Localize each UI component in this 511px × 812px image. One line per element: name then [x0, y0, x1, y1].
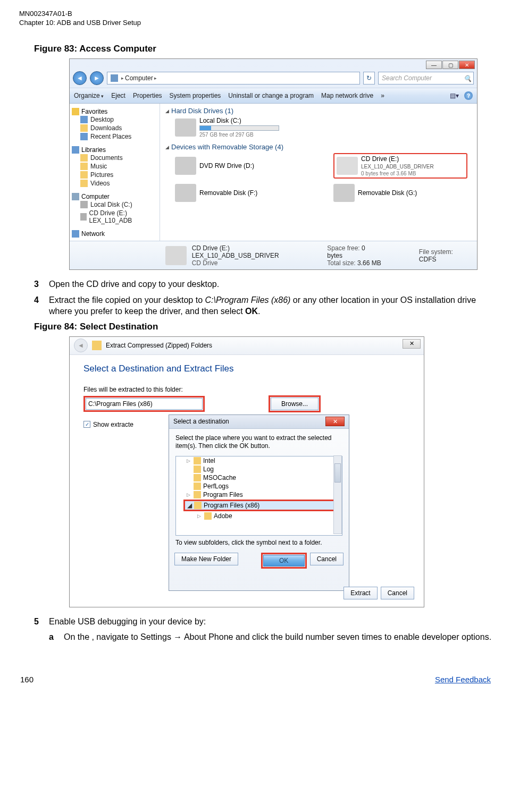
back-button[interactable]: ◄ [73, 71, 87, 85]
nav-cd-drive[interactable]: CD Drive (E:) LEX_L10_ADB [89, 209, 157, 224]
eject-button[interactable]: Eject [111, 92, 125, 99]
show-extracted-label: Show extracte [93, 421, 133, 428]
folder-icon [194, 483, 201, 490]
refresh-button[interactable]: ↻ [363, 72, 375, 84]
local-disk-item[interactable]: Local Disk (C:) 257 GB free of 297 GB [175, 117, 308, 138]
tree-msocache[interactable]: MSOCache [203, 474, 236, 481]
select-destination-title: Select a destination [173, 418, 229, 425]
removable-f-item[interactable]: Removable Disk (F:) [175, 184, 308, 202]
tree-log[interactable]: Log [203, 466, 214, 473]
make-new-folder-button[interactable]: Make New Folder [174, 553, 238, 565]
details-pane: CD Drive (E:) LEX_L10_ADB_USB_DRIVER CD … [70, 241, 477, 269]
wizard-cancel-button[interactable]: Cancel [381, 587, 414, 599]
nav-desktop[interactable]: Desktop [90, 116, 114, 123]
nav-pictures[interactable]: Pictures [90, 171, 113, 179]
properties-button[interactable]: Properties [133, 92, 162, 99]
cd-drive-name: CD Drive (E:) [361, 155, 434, 163]
address-bar[interactable]: ▸ Computer ▸ [107, 72, 360, 84]
send-feedback-link[interactable]: Send Feedback [435, 675, 491, 684]
figure-84-label: Figure 84: Select Destination [34, 322, 492, 332]
computer-nav-icon [72, 193, 79, 200]
maximize-button[interactable]: ▢ [442, 61, 458, 69]
tree-adobe[interactable]: Adobe [214, 512, 232, 520]
cd-icon [337, 157, 358, 175]
nav-documents[interactable]: Documents [90, 154, 123, 162]
removable-icon [175, 184, 196, 202]
step-5a-text: On the , navigate to Settings → About Ph… [64, 631, 491, 643]
removable-f-name: Removable Disk (F:) [199, 189, 257, 197]
ok-button[interactable]: OK [263, 555, 305, 566]
wizard-back-button[interactable]: ◄ [74, 339, 88, 352]
select-destination-close[interactable]: ✕ [325, 417, 345, 426]
toolbar-overflow[interactable]: » [381, 92, 384, 99]
system-properties-button[interactable]: System properties [170, 92, 221, 99]
tree-scrollbar[interactable] [333, 455, 342, 534]
space-free-label: Space free: [327, 244, 359, 252]
nav-local-disk[interactable]: Local Disk (C:) [90, 201, 132, 208]
hdd-icon [175, 119, 196, 137]
extract-wizard-window: ◄ Extract Compressed (Zipped) Folders ✕ … [69, 336, 424, 607]
nav-videos[interactable]: Videos [90, 180, 110, 187]
dvd-drive-item[interactable]: DVD RW Drive (D:) [175, 153, 308, 179]
favorites-icon [72, 108, 79, 115]
dvd-drive-name: DVD RW Drive (D:) [199, 162, 254, 170]
organize-menu[interactable]: Organize [74, 92, 104, 99]
tree-program-files-x86[interactable]: Program Files (x86) [204, 502, 259, 509]
nav-recent[interactable]: Recent Places [90, 133, 131, 140]
forward-button[interactable]: ► [90, 71, 104, 85]
cd-drive-highlight: CD Drive (E:) LEX_L10_ADB_USB_DRIVER 0 b… [333, 153, 467, 179]
tree-program-files[interactable]: Program Files [203, 491, 243, 498]
nav-network[interactable]: Network [81, 230, 105, 238]
cd-drive-item[interactable]: CD Drive (E:) LEX_L10_ADB_USB_DRIVER 0 b… [337, 155, 464, 176]
wizard-close-button[interactable]: ✕ [403, 339, 421, 349]
local-disk-name: Local Disk (C:) [199, 117, 279, 124]
removable-section-header[interactable]: Devices with Removable Storage (4) [165, 143, 472, 151]
nav-computer[interactable]: Computer [81, 193, 110, 200]
pictures-icon [80, 171, 88, 179]
removable-icon [333, 184, 355, 202]
localdisk-icon [80, 201, 88, 208]
close-button[interactable]: ✕ [459, 61, 475, 69]
extract-button[interactable]: Extract [344, 587, 377, 599]
destination-cancel-button[interactable]: Cancel [310, 553, 344, 565]
nav-favorites[interactable]: Favorites [81, 108, 107, 115]
nav-libraries[interactable]: Libraries [81, 146, 106, 154]
tree-perflogs[interactable]: PerfLogs [203, 483, 229, 490]
step-5a: a On the , navigate to Settings → About … [49, 631, 492, 643]
step-5-text: Enable USB debugging in your device by: [49, 616, 492, 628]
doc-id-header: MN002347A01-B [19, 10, 492, 18]
chapter-line: Chapter 10: ADB and USB Driver Setup [19, 19, 492, 27]
view-icon[interactable]: ▤▾ [450, 92, 459, 99]
breadcrumb-computer[interactable]: Computer [125, 74, 153, 82]
wizard-heading: Select a Destination and Extract Files [83, 363, 410, 374]
breadcrumb-separator: ▸ [121, 75, 124, 81]
nav-downloads[interactable]: Downloads [90, 124, 122, 132]
removable-g-item[interactable]: Removable Disk (G:) [333, 184, 466, 202]
music-icon [80, 163, 88, 170]
folder-icon [194, 474, 201, 481]
folder-icon [194, 491, 201, 498]
show-extracted-checkbox[interactable]: ✓ [83, 421, 90, 428]
map-drive-button[interactable]: Map network drive [321, 92, 373, 99]
removable-g-name: Removable Disk (G:) [358, 189, 417, 197]
folder-icon [194, 457, 201, 464]
disk-usage-bar [199, 125, 279, 131]
hdd-section-header[interactable]: Hard Disk Drives (1) [165, 107, 472, 115]
details-type: CD Drive [192, 259, 318, 267]
minimize-button[interactable]: — [426, 61, 442, 69]
tree-intel[interactable]: Intel [203, 457, 215, 464]
extract-path-input[interactable]: C:\Program Files (x86) [86, 398, 203, 410]
step-4-text: Extract the file copied on your desktop … [49, 294, 492, 317]
content-pane: Hard Disk Drives (1) Local Disk (C:) 257… [160, 104, 477, 241]
browse-button[interactable]: Browse... [271, 397, 319, 410]
folder-tree[interactable]: ▷Intel Log MSOCache PerfLogs ▷Program Fi… [175, 456, 342, 536]
tree-selected-highlight: ◢Program Files (x86) [183, 500, 339, 511]
search-input[interactable]: Search Computer 🔍 [378, 72, 474, 84]
uninstall-button[interactable]: Uninstall or change a program [228, 92, 314, 99]
dvd-icon [175, 157, 196, 175]
help-icon[interactable]: ? [464, 91, 473, 100]
documents-icon [80, 154, 88, 162]
total-size-label: Total size: [327, 259, 355, 267]
filesystem-label: File system: [419, 248, 453, 256]
nav-music[interactable]: Music [90, 163, 107, 170]
